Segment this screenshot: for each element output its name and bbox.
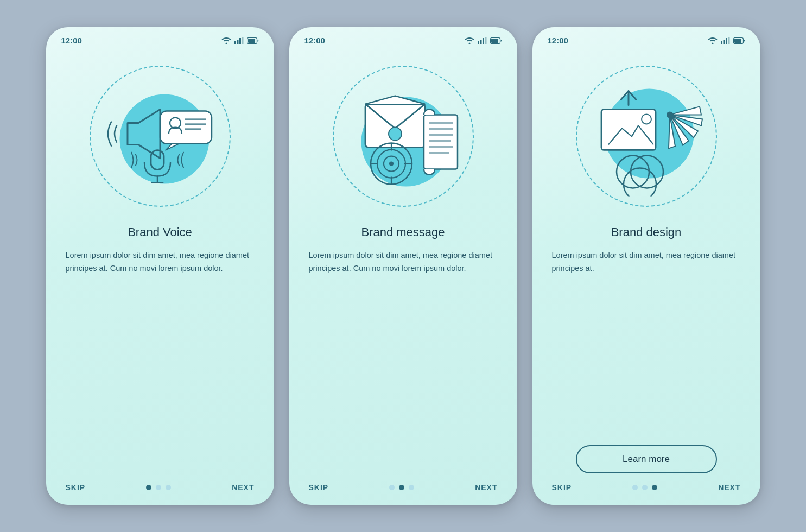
svg-point-54: [624, 168, 656, 196]
phone-content-3: Brand design Lorem ipsum dolor sit dim a…: [532, 223, 760, 473]
phone-content-1: Brand Voice Lorem ipsum dolor sit dim am…: [46, 223, 274, 473]
svg-rect-8: [160, 111, 212, 144]
dot-3-2: [642, 485, 648, 490]
screen-body-3: Lorem ipsum dolor sit dim amet, mea regi…: [552, 249, 741, 435]
svg-rect-2: [237, 40, 238, 44]
signal-icon-3: [721, 37, 730, 44]
status-icons-2: [465, 37, 502, 44]
svg-point-36: [389, 162, 394, 166]
screen-title-2: Brand message: [309, 225, 498, 239]
status-bar-2: 12:00: [289, 27, 517, 49]
battery-icon-2: [490, 37, 502, 44]
phones-container: 12:00: [46, 27, 760, 505]
svg-point-41: [712, 43, 713, 45]
status-bar-3: 12:00: [532, 27, 760, 49]
status-time-2: 12:00: [304, 36, 325, 45]
svg-rect-47: [734, 39, 741, 43]
svg-rect-45: [728, 37, 729, 44]
svg-rect-23: [491, 39, 498, 43]
svg-point-0: [225, 43, 227, 45]
status-time-3: 12:00: [548, 36, 568, 45]
svg-point-52: [617, 155, 649, 188]
status-time-1: 12:00: [61, 36, 82, 45]
screen-title-3: Brand design: [552, 225, 741, 239]
dot-1-active: [146, 485, 151, 490]
screen-body-1: Lorem ipsum dolor sit dim amet, mea regi…: [66, 249, 255, 473]
svg-rect-44: [726, 38, 727, 44]
phone-brand-message: 12:00: [289, 27, 517, 505]
dot-3-active: [652, 485, 657, 490]
brand-voice-icon: [90, 74, 231, 194]
signal-icon: [234, 37, 244, 44]
dot-2-active: [399, 485, 404, 490]
svg-marker-13: [166, 144, 179, 150]
skip-button-2[interactable]: SKIP: [309, 483, 329, 492]
svg-point-25: [389, 128, 402, 141]
svg-rect-3: [239, 38, 241, 44]
svg-rect-14: [151, 150, 164, 170]
wifi-icon-3: [708, 37, 718, 44]
screen-body-2: Lorem ipsum dolor sit dim amet, mea regi…: [309, 249, 498, 473]
next-button-2[interactable]: NEXT: [475, 483, 497, 492]
status-bar-1: 12:00: [46, 27, 274, 49]
illustration-brand-design: [532, 49, 760, 223]
wifi-icon: [221, 37, 231, 44]
svg-rect-1: [234, 41, 236, 44]
nav-dots-3: [632, 485, 657, 490]
svg-rect-42: [721, 41, 722, 44]
next-button-1[interactable]: NEXT: [232, 483, 254, 492]
svg-point-17: [468, 43, 470, 45]
phone-bottom-1: SKIP NEXT: [46, 483, 274, 492]
svg-rect-21: [485, 37, 486, 44]
phone-brand-design: 12:00: [532, 27, 760, 505]
screen-title-1: Brand Voice: [66, 225, 255, 239]
battery-icon: [247, 37, 259, 44]
nav-dots-1: [146, 485, 171, 490]
battery-icon-3: [733, 37, 745, 44]
svg-rect-4: [242, 37, 243, 44]
wifi-icon-2: [465, 37, 474, 44]
svg-point-53: [631, 155, 663, 188]
dot-3-1: [632, 485, 638, 490]
status-icons-3: [708, 37, 745, 44]
svg-rect-19: [480, 40, 481, 44]
phone-content-2: Brand message Lorem ipsum dolor sit dim …: [289, 223, 517, 473]
learn-more-button[interactable]: Learn more: [576, 445, 717, 473]
svg-rect-43: [723, 40, 725, 44]
skip-button-3[interactable]: SKIP: [552, 483, 572, 492]
brand-message-icon: [333, 74, 474, 194]
svg-point-51: [667, 111, 673, 118]
phone-brand-voice: 12:00: [46, 27, 274, 505]
svg-rect-18: [478, 41, 479, 44]
next-button-3[interactable]: NEXT: [718, 483, 740, 492]
dot-2-3: [409, 485, 414, 490]
status-icons-1: [221, 37, 259, 44]
svg-rect-20: [483, 38, 484, 44]
signal-icon-2: [478, 37, 487, 44]
phone-bottom-3: SKIP NEXT: [532, 483, 760, 492]
dot-2-1: [389, 485, 395, 490]
svg-rect-6: [248, 39, 255, 43]
phone-bottom-2: SKIP NEXT: [289, 483, 517, 492]
brand-design-icon: [573, 71, 720, 196]
illustration-brand-message: [289, 49, 517, 223]
illustration-brand-voice: [46, 49, 274, 223]
dot-1-3: [166, 485, 171, 490]
dot-1-2: [156, 485, 161, 490]
skip-button-1[interactable]: SKIP: [66, 483, 86, 492]
nav-dots-2: [389, 485, 414, 490]
